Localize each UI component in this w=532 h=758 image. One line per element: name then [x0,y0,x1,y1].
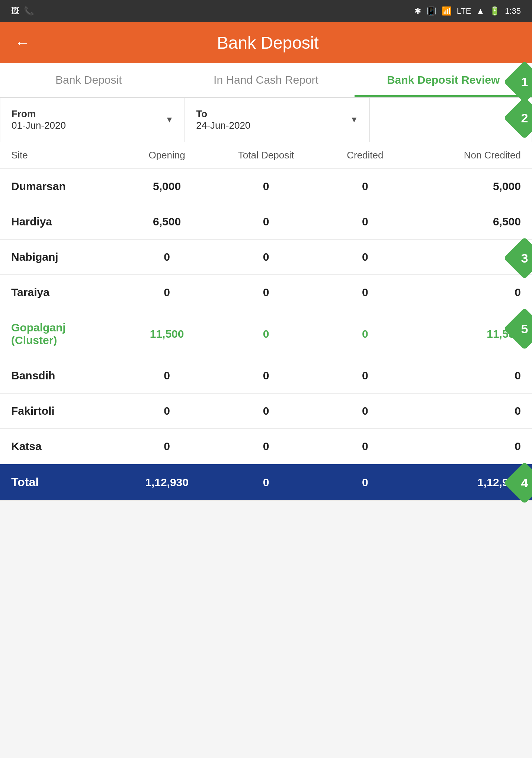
row-opening: 0 [124,286,209,299]
badge-2-text: 2 [521,110,528,125]
row-credited: 0 [323,369,407,382]
row-total-deposit: 0 [209,286,323,299]
row-site: Fakirtoli [11,405,124,417]
time-display: 1:35 [505,6,521,16]
date-filter-row: From 01-Jun-2020 ▼ To 24-Jun-2020 ▼ [0,97,532,142]
table-header: Site Opening Total Deposit Credited Non … [0,142,532,169]
table-row-cluster: Gopalganj(Cluster) 11,500 0 0 11,500 [0,310,532,358]
row-non-credited: 0 [408,369,521,382]
toolbar-title: Bank Deposit [41,33,495,53]
row-non-credited: 0 [408,440,521,453]
table-row: Dumarsan 5,000 0 0 5,000 [0,169,532,204]
row-opening: 11,500 [124,328,209,340]
row-credited: 0 [323,215,407,228]
total-label: Total [11,475,124,489]
total-row: Total 1,12,930 0 0 1,12,930 [0,464,532,501]
row-total-deposit: 0 [209,369,323,382]
row-non-credited: 5,000 [408,180,521,193]
badge-5-text: 5 [521,321,528,336]
total-non-credited: 1,12,930 [408,476,521,489]
row-total-deposit: 0 [209,215,323,228]
header-credited: Credited [323,150,407,161]
table-row: Bansdih 0 0 0 0 [0,358,532,394]
total-deposit: 0 [209,476,323,489]
row-non-credited: 11,500 [408,328,521,340]
row-opening: 0 [124,369,209,382]
row-site: Katsa [11,440,124,453]
to-value: 24-Jun-2020 [196,120,250,131]
row-credited: 0 [323,328,407,340]
table-row: Hardiya 6,500 0 0 6,500 [0,204,532,240]
call-icon: 📶 [442,6,452,16]
row-total-deposit: 0 [209,405,323,417]
row-total-deposit: 0 [209,180,323,193]
row-non-credited: 6,500 [408,215,521,228]
from-value: 01-Jun-2020 [12,120,66,131]
table-row: Fakirtoli 0 0 0 0 [0,394,532,429]
tabs-container: Bank Deposit In Hand Cash Report Bank De… [0,63,532,97]
row-total-deposit: 0 [209,328,323,340]
tab-bank-deposit[interactable]: Bank Deposit [0,63,177,97]
row-non-credited: 0 [408,251,521,263]
table-row-nabiganj-container: Nabiganj 0 0 0 0 3 [0,240,532,275]
badge-4-text: 4 [521,475,528,490]
toolbar: ← Bank Deposit [0,22,532,63]
row-opening: 0 [124,405,209,417]
from-date-picker[interactable]: From 01-Jun-2020 ▼ [0,98,185,142]
tabs-row: Bank Deposit In Hand Cash Report Bank De… [0,63,532,97]
status-right-icons: ✱ 📳 📶 LTE ▲ 🔋 1:35 [414,6,521,16]
table-row: Nabiganj 0 0 0 0 [0,240,532,275]
row-non-credited: 0 [408,286,521,299]
to-date-picker[interactable]: To 24-Jun-2020 ▼ [185,98,369,142]
row-credited: 0 [323,440,407,453]
row-opening: 5,000 [124,180,209,193]
row-total-deposit: 0 [209,440,323,453]
row-credited: 0 [323,180,407,193]
header-non-credited: Non Credited [408,150,521,161]
row-site: Hardiya [11,215,124,228]
header-total-deposit: Total Deposit [209,150,323,161]
to-label: To [196,108,250,120]
row-credited: 0 [323,251,407,263]
header-opening: Opening [124,150,209,161]
lte-indicator: LTE [457,6,471,16]
tab-in-hand-cash[interactable]: In Hand Cash Report [177,63,355,97]
date-filter-container: From 01-Jun-2020 ▼ To 24-Jun-2020 ▼ 2 [0,97,532,142]
row-site: Taraiya [11,286,124,299]
badge-1-text: 1 [521,74,528,89]
status-bar: 🖼 📞 ✱ 📳 📶 LTE ▲ 🔋 1:35 [0,0,532,22]
row-credited: 0 [323,286,407,299]
total-credited: 0 [323,476,407,489]
row-site: Dumarsan [11,180,124,193]
row-opening: 0 [124,251,209,263]
row-opening: 0 [124,440,209,453]
battery-icon: 🔋 [490,6,500,16]
signal-icon: ▲ [476,6,484,16]
header-site: Site [11,150,124,161]
row-site: Gopalganj(Cluster) [11,321,124,347]
vibrate-icon: 📳 [426,6,436,16]
row-site: Nabiganj [11,251,124,263]
row-opening: 6,500 [124,215,209,228]
phone-icon: 📞 [24,6,34,16]
row-non-credited: 0 [408,405,521,417]
badge-3-text: 3 [521,251,528,265]
photo-icon: 🖼 [11,6,19,16]
back-button[interactable]: ← [15,35,30,50]
to-dropdown-arrow: ▼ [350,115,358,125]
table-row: Taraiya 0 0 0 0 [0,275,532,310]
from-label: From [12,108,66,120]
from-dropdown-arrow: ▼ [166,115,174,125]
total-row-container: Total 1,12,930 0 0 1,12,930 4 [0,464,532,501]
bluetooth-icon: ✱ [414,6,421,16]
status-left-icons: 🖼 📞 [11,6,34,16]
table-row-cluster-container: Gopalganj(Cluster) 11,500 0 0 11,500 5 [0,310,532,358]
row-credited: 0 [323,405,407,417]
table-row: Katsa 0 0 0 0 [0,429,532,464]
row-total-deposit: 0 [209,251,323,263]
row-site: Bansdih [11,369,124,382]
total-opening: 1,12,930 [124,476,209,489]
